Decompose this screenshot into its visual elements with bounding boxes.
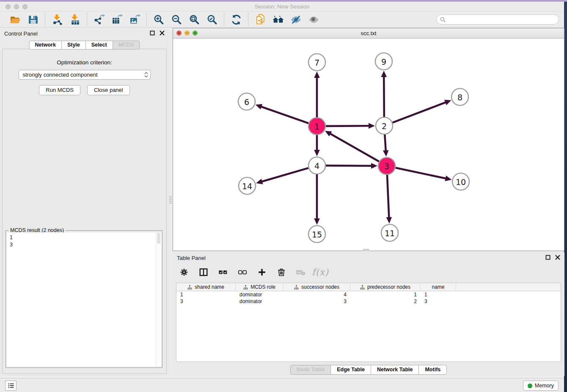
status-bar: Memory [0, 378, 564, 392]
save-session-button[interactable] [26, 13, 40, 26]
close-window-button[interactable] [6, 4, 11, 9]
network-close-button[interactable] [176, 30, 182, 36]
hide-selected-button[interactable] [289, 13, 303, 26]
edge-2-8[interactable] [393, 102, 446, 122]
node-label-10: 10 [456, 177, 466, 187]
show-all-icon [308, 14, 319, 25]
edge-4-14[interactable] [261, 168, 308, 182]
tab-mcds[interactable]: MCDS [113, 41, 140, 50]
function-builder-icon: f(x) [312, 267, 329, 277]
edge-4-3[interactable] [326, 166, 372, 166]
node-table: shared nameMCDS rolesuccessor nodesprede… [176, 283, 561, 362]
edge-3-1[interactable] [330, 133, 379, 161]
add-column-button[interactable] [256, 267, 267, 278]
cell-name[interactable]: 3 [421, 298, 456, 304]
network-minimize-button[interactable] [184, 30, 190, 36]
cell-name[interactable]: 1 [421, 292, 456, 298]
column-header-MCDS-role[interactable]: MCDS role [236, 283, 284, 291]
zoom-selected-button[interactable] [205, 13, 219, 26]
horizontal-splitter-grip[interactable] [363, 249, 369, 251]
search-field[interactable] [436, 14, 559, 25]
arrowhead-4-3 [371, 163, 377, 169]
column-header-successor-nodes[interactable]: successor nodes [284, 283, 350, 291]
node-label-11: 11 [385, 229, 395, 238]
zoom-out-button[interactable] [169, 13, 184, 26]
column-header-predecessor-nodes[interactable]: predecessor nodes [350, 283, 421, 291]
network-maximize-button[interactable] [193, 30, 198, 36]
first-neighbors-button[interactable] [253, 13, 267, 26]
export-network-icon [94, 14, 105, 25]
open-session-button[interactable] [8, 13, 22, 26]
cell-predecessor-nodes[interactable]: 2 [350, 298, 421, 304]
arrowhead-2-3 [383, 150, 389, 157]
memory-status-dot [528, 384, 532, 388]
float-panel-icon[interactable] [150, 30, 155, 36]
column-header-shared-name[interactable]: shared name [176, 283, 236, 291]
settings-button[interactable] [179, 267, 190, 278]
split-view-button[interactable] [198, 267, 209, 278]
home-button[interactable] [271, 13, 285, 26]
tab-network-table[interactable]: Network Table [371, 365, 419, 375]
cell-successor-nodes[interactable]: 3 [284, 298, 350, 304]
tab-select[interactable]: Select [85, 41, 113, 50]
cell-MCDS-role[interactable]: dominator [236, 292, 284, 298]
mcds-result-group: MCDS result (2 nodes) 13 [6, 230, 162, 368]
column-header-name[interactable]: name [421, 283, 456, 291]
search-input[interactable] [448, 17, 555, 23]
cell-shared-name[interactable]: 3 [176, 298, 236, 304]
cell-predecessor-nodes[interactable]: 1 [350, 292, 421, 298]
delete-column-button[interactable] [276, 267, 287, 278]
result-line: 1 [10, 234, 153, 241]
network-canvas[interactable]: 7968124314101511 [173, 39, 564, 251]
close-table-panel-icon[interactable] [555, 255, 560, 260]
close-panel-button[interactable]: Close panel [87, 85, 130, 95]
refresh-icon [231, 14, 242, 25]
float-table-panel-icon[interactable] [545, 255, 550, 260]
maximize-window-button[interactable] [22, 4, 28, 9]
search-icon [440, 17, 446, 22]
deselect-all-button[interactable] [237, 267, 248, 278]
column-label: name [432, 284, 444, 290]
import-table-button[interactable] [68, 13, 82, 26]
edge-3-11[interactable] [387, 175, 389, 218]
zoom-in-button[interactable] [151, 13, 166, 26]
memory-button[interactable]: Memory [523, 381, 559, 391]
export-table-button[interactable] [110, 13, 124, 26]
tab-motifs[interactable]: Motifs [418, 365, 447, 375]
result-scrollbar[interactable] [156, 232, 161, 367]
node-label-4: 4 [314, 161, 319, 171]
tab-node-table[interactable]: Node Table [290, 365, 331, 375]
export-network-button[interactable] [92, 13, 106, 26]
edge-1-6[interactable] [261, 107, 308, 124]
criterion-dropdown[interactable]: strongly connected component [19, 70, 151, 80]
edge-2-9[interactable] [384, 76, 384, 117]
table-row[interactable]: 3dominator323 [176, 298, 561, 305]
edge-2-3[interactable] [385, 135, 385, 151]
hierarchy-icon [360, 285, 365, 290]
import-network-button[interactable] [50, 13, 64, 26]
select-all-button[interactable] [217, 267, 228, 278]
tab-style[interactable]: Style [61, 41, 86, 50]
edge-3-10[interactable] [396, 168, 446, 178]
edge-1-2[interactable] [326, 126, 369, 126]
export-image-button[interactable] [127, 13, 142, 26]
vertical-splitter[interactable] [169, 28, 173, 376]
list-icon [8, 382, 14, 389]
zoom-fit-button[interactable] [187, 13, 201, 26]
cell-successor-nodes[interactable]: 4 [284, 292, 350, 298]
minimize-window-button[interactable] [14, 4, 19, 9]
cell-MCDS-role[interactable]: dominator [236, 298, 284, 304]
close-panel-icon[interactable] [160, 30, 165, 36]
column-label: successor nodes [301, 284, 339, 290]
refresh-button[interactable] [229, 13, 243, 26]
table-row[interactable]: 1dominator411 [176, 291, 561, 298]
run-mcds-button[interactable]: Run MCDS [39, 85, 80, 95]
network-window-titlebar[interactable]: scc.txt [173, 28, 564, 39]
zoom-in-icon [153, 14, 165, 25]
tab-network[interactable]: Network [29, 41, 62, 50]
tab-edge-table[interactable]: Edge Table [330, 365, 371, 375]
show-all-button[interactable] [306, 13, 321, 26]
splitter-grip[interactable] [169, 196, 172, 204]
cell-shared-name[interactable]: 1 [176, 292, 236, 298]
task-history-button[interactable] [5, 381, 17, 391]
